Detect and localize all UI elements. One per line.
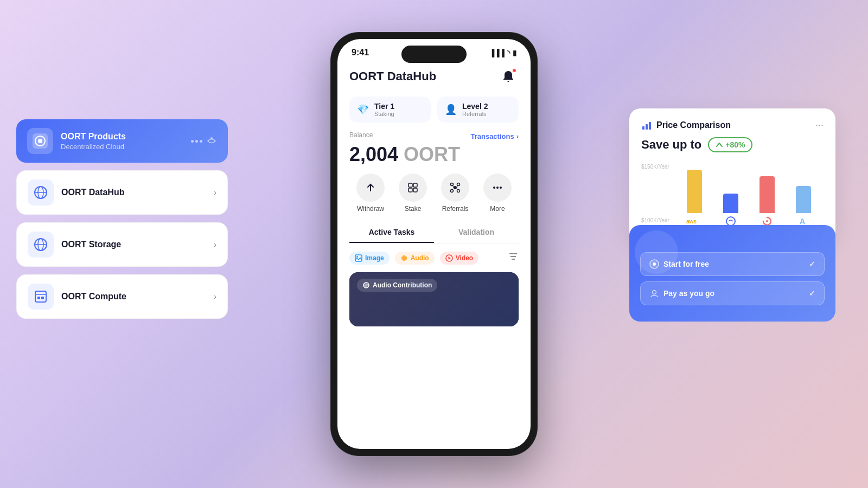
svg-text:aws: aws: [686, 219, 697, 224]
svg-point-27: [496, 187, 499, 189]
balance-section: Balance Transactions › 2,004 OORT: [349, 131, 519, 166]
bar-gcp-group: [752, 176, 782, 213]
svg-rect-17: [409, 188, 412, 192]
contribution-card[interactable]: Audio Contribution: [349, 272, 519, 326]
product-icon-compute: [28, 284, 54, 310]
app-content: OORT DataHub 💎 Tier 1 Staking: [337, 62, 531, 326]
filter-video-label: Video: [456, 254, 473, 262]
filter-image[interactable]: Image: [349, 252, 390, 265]
pay-as-you-go-button[interactable]: Pay as you go ✓: [640, 281, 825, 305]
svg-point-2: [38, 139, 42, 143]
product-card-oort-products[interactable]: OORT Products Decentralized Cloud: [16, 119, 228, 163]
filter-audio-label: Audio: [411, 254, 429, 262]
more-icon: [483, 174, 512, 202]
filter-image-label: Image: [365, 254, 384, 262]
price-card-header: Price Comparison ···: [641, 119, 824, 131]
transactions-chevron: ›: [516, 132, 519, 140]
product-arrow-storage: ›: [214, 240, 216, 249]
svg-rect-15: [409, 183, 412, 187]
referrals-icon: [441, 174, 469, 202]
status-icons: ▐▐▐ ◝ ▮: [489, 49, 516, 57]
product-card-datahub[interactable]: OORT DataHub ›: [16, 170, 228, 215]
product-card-compute[interactable]: OORT Compute ›: [16, 274, 228, 319]
referrals-action[interactable]: Referrals: [441, 174, 469, 213]
save-row: Save up to +80%: [641, 137, 824, 152]
tier2-card[interactable]: 👤 Level 2 Referrals: [437, 97, 519, 123]
chart-y-labels: $150K/Year $100K/Year: [641, 161, 669, 226]
phone-frame: 9:41 ▐▐▐ ◝ ▮ OORT DataHub: [331, 33, 537, 455]
more-label: More: [490, 205, 505, 213]
svg-point-45: [653, 291, 656, 294]
svg-point-20: [451, 183, 454, 186]
withdraw-icon: [356, 174, 385, 202]
product-arrow-compute: ›: [214, 292, 216, 301]
save-badge: +80%: [708, 137, 752, 152]
dot-1: [191, 140, 194, 143]
product-arrow-datahub: ›: [214, 188, 216, 197]
price-chart: $150K/Year $100K/Year: [641, 161, 824, 226]
tier1-card[interactable]: 💎 Tier 1 Staking: [349, 97, 431, 123]
battery-icon: ▮: [513, 49, 516, 57]
tab-active-tasks[interactable]: Active Tasks: [349, 222, 434, 243]
wifi-icon: ◝: [507, 49, 510, 57]
svg-rect-37: [646, 124, 648, 130]
svg-rect-10: [35, 291, 46, 302]
product-icon-oort-products: [27, 128, 53, 154]
svg-rect-18: [413, 188, 417, 192]
bar-azure: [796, 186, 811, 213]
dot-3: [200, 140, 202, 143]
referrals-label: Referrals: [442, 205, 469, 213]
withdraw-action[interactable]: Withdraw: [356, 174, 385, 213]
bar-aws-group: [679, 170, 709, 213]
price-comparison-card: Price Comparison ··· Save up to +80% $15…: [629, 108, 835, 241]
svg-rect-13: [41, 297, 44, 299]
pay-go-label: Pay as you go: [663, 289, 714, 298]
left-product-panel: OORT Products Decentralized Cloud OORT D…: [16, 119, 228, 319]
svg-line-24: [453, 185, 454, 188]
stake-action[interactable]: Stake: [399, 174, 427, 213]
more-action[interactable]: More: [483, 174, 512, 213]
svg-point-40: [726, 217, 735, 226]
notification-button[interactable]: [498, 66, 519, 87]
balance-amount: 2,004 OORT: [349, 143, 519, 166]
bar-oort: [723, 194, 738, 213]
filter-video[interactable]: Video: [440, 252, 478, 265]
filter-audio[interactable]: Audio: [395, 252, 435, 265]
action-row: Withdraw Stake: [349, 174, 519, 213]
stake-icon: [399, 174, 427, 202]
product-icon-datahub: [28, 179, 54, 206]
svg-point-41: [766, 220, 768, 222]
product-name-datahub: OORT DataHub: [61, 188, 206, 197]
svg-rect-16: [413, 183, 417, 187]
tier1-icon: 💎: [357, 104, 369, 115]
tier2-label: Level 2: [462, 102, 488, 111]
app-title: OORT DataHub: [349, 69, 436, 84]
app-header: OORT DataHub: [349, 66, 519, 87]
svg-point-28: [500, 187, 502, 189]
price-card-menu-icon[interactable]: ···: [815, 119, 824, 131]
product-icon-storage: [28, 232, 54, 258]
svg-point-22: [451, 190, 454, 192]
tier2-info: Level 2 Referrals: [462, 102, 488, 117]
tab-validation[interactable]: Validation: [434, 222, 519, 243]
product-name-oort-products: OORT Products: [61, 132, 183, 142]
product-name-compute: OORT Compute: [61, 292, 206, 301]
notification-dot: [512, 68, 516, 73]
product-card-storage[interactable]: OORT Storage ›: [16, 222, 228, 267]
filter-sort-icon[interactable]: [508, 251, 519, 265]
stake-label: Stake: [405, 205, 422, 213]
tier2-icon: 👤: [445, 104, 457, 115]
status-time: 9:41: [352, 48, 369, 57]
phone-mockup: 9:41 ▐▐▐ ◝ ▮ OORT DataHub: [331, 33, 537, 455]
start-free-check-icon: ✓: [809, 260, 815, 268]
right-panel: Price Comparison ··· Save up to +80% $15…: [629, 108, 835, 322]
svg-rect-36: [642, 126, 644, 130]
svg-point-30: [356, 256, 358, 258]
tier1-info: Tier 1 Staking: [374, 102, 394, 117]
pay-go-btn-left: Pay as you go: [649, 288, 714, 298]
product-info-compute: OORT Compute: [61, 292, 206, 301]
signal-icon: ▐▐▐: [489, 49, 505, 57]
pay-go-check-icon: ✓: [809, 289, 815, 298]
svg-text:A: A: [800, 217, 805, 226]
transactions-link[interactable]: Transactions ›: [470, 132, 519, 140]
